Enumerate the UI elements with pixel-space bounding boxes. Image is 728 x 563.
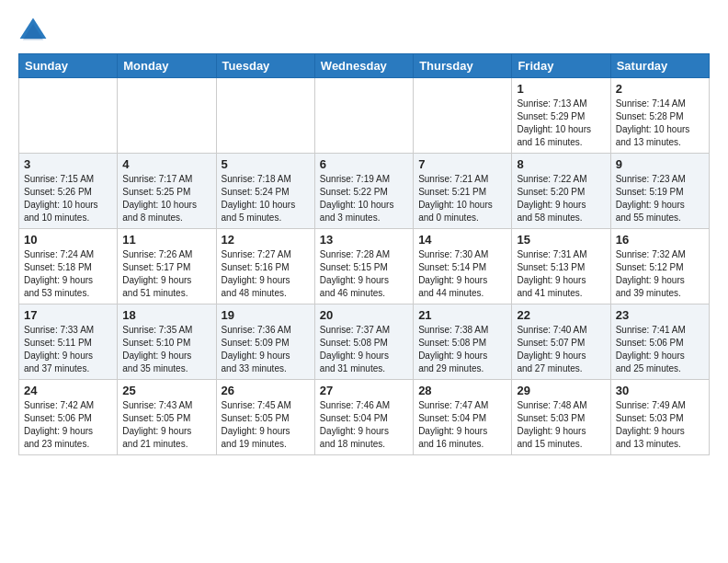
week-row-4: 24Sunrise: 7:42 AM Sunset: 5:06 PM Dayli… <box>19 380 710 455</box>
calendar-body: 1Sunrise: 7:13 AM Sunset: 5:29 PM Daylig… <box>19 78 710 455</box>
calendar-cell: 21Sunrise: 7:38 AM Sunset: 5:08 PM Dayli… <box>414 304 512 380</box>
day-info: Sunrise: 7:27 AM Sunset: 5:16 PM Dayligh… <box>222 248 310 300</box>
calendar-cell: 24Sunrise: 7:42 AM Sunset: 5:06 PM Dayli… <box>19 380 118 455</box>
day-info: Sunrise: 7:19 AM Sunset: 5:22 PM Dayligh… <box>320 173 408 224</box>
day-info: Sunrise: 7:33 AM Sunset: 5:11 PM Dayligh… <box>24 324 112 375</box>
day-info: Sunrise: 7:18 AM Sunset: 5:24 PM Dayligh… <box>222 173 310 224</box>
header <box>18 17 710 46</box>
calendar-cell <box>216 78 314 154</box>
day-number: 21 <box>418 308 506 322</box>
day-info: Sunrise: 7:36 AM Sunset: 5:09 PM Dayligh… <box>222 324 310 375</box>
calendar-cell: 27Sunrise: 7:46 AM Sunset: 5:04 PM Dayli… <box>314 380 413 455</box>
day-number: 11 <box>122 233 210 247</box>
calendar-cell: 20Sunrise: 7:37 AM Sunset: 5:08 PM Dayli… <box>314 304 413 380</box>
day-info: Sunrise: 7:31 AM Sunset: 5:13 PM Dayligh… <box>517 248 605 300</box>
calendar-cell: 4Sunrise: 7:17 AM Sunset: 5:25 PM Daylig… <box>118 154 216 229</box>
calendar-cell: 30Sunrise: 7:49 AM Sunset: 5:03 PM Dayli… <box>610 380 709 455</box>
day-info: Sunrise: 7:46 AM Sunset: 5:04 PM Dayligh… <box>320 399 408 451</box>
day-number: 25 <box>122 384 210 397</box>
calendar-cell: 19Sunrise: 7:36 AM Sunset: 5:09 PM Dayli… <box>216 304 314 380</box>
calendar-cell <box>314 78 413 154</box>
calendar-cell: 29Sunrise: 7:48 AM Sunset: 5:03 PM Dayli… <box>512 380 610 455</box>
day-number: 7 <box>418 157 506 171</box>
day-number: 20 <box>320 308 408 322</box>
day-info: Sunrise: 7:13 AM Sunset: 5:29 PM Dayligh… <box>517 98 605 149</box>
calendar-cell: 6Sunrise: 7:19 AM Sunset: 5:22 PM Daylig… <box>314 154 413 229</box>
calendar-cell: 15Sunrise: 7:31 AM Sunset: 5:13 PM Dayli… <box>512 229 610 304</box>
day-number: 2 <box>616 82 704 96</box>
day-info: Sunrise: 7:38 AM Sunset: 5:08 PM Dayligh… <box>418 324 506 375</box>
day-number: 23 <box>616 308 704 322</box>
calendar-cell: 3Sunrise: 7:15 AM Sunset: 5:26 PM Daylig… <box>19 154 118 229</box>
day-number: 8 <box>517 157 605 171</box>
weekday-header-sunday: Sunday <box>19 54 118 78</box>
day-info: Sunrise: 7:45 AM Sunset: 5:05 PM Dayligh… <box>222 399 310 451</box>
day-number: 26 <box>222 384 310 397</box>
day-number: 24 <box>24 384 112 397</box>
day-number: 22 <box>517 308 605 322</box>
calendar-cell: 9Sunrise: 7:23 AM Sunset: 5:19 PM Daylig… <box>610 154 709 229</box>
day-info: Sunrise: 7:47 AM Sunset: 5:04 PM Dayligh… <box>418 399 506 451</box>
weekday-header-thursday: Thursday <box>414 54 512 78</box>
day-number: 19 <box>222 308 310 322</box>
day-number: 10 <box>24 233 112 247</box>
page: SundayMondayTuesdayWednesdayThursdayFrid… <box>0 0 728 472</box>
day-number: 9 <box>616 157 704 171</box>
day-number: 16 <box>616 233 704 247</box>
calendar-cell: 14Sunrise: 7:30 AM Sunset: 5:14 PM Dayli… <box>414 229 512 304</box>
weekday-header-wednesday: Wednesday <box>314 54 413 78</box>
day-number: 14 <box>418 233 506 247</box>
calendar-table: SundayMondayTuesdayWednesdayThursdayFrid… <box>18 53 710 455</box>
calendar-cell <box>414 78 512 154</box>
day-number: 18 <box>122 308 210 322</box>
day-number: 17 <box>24 308 112 322</box>
weekday-header-tuesday: Tuesday <box>216 54 314 78</box>
calendar-cell: 22Sunrise: 7:40 AM Sunset: 5:07 PM Dayli… <box>512 304 610 380</box>
calendar-cell: 18Sunrise: 7:35 AM Sunset: 5:10 PM Dayli… <box>118 304 216 380</box>
day-info: Sunrise: 7:23 AM Sunset: 5:19 PM Dayligh… <box>616 173 704 224</box>
calendar-cell: 13Sunrise: 7:28 AM Sunset: 5:15 PM Dayli… <box>314 229 413 304</box>
day-number: 1 <box>517 82 605 96</box>
day-info: Sunrise: 7:21 AM Sunset: 5:21 PM Dayligh… <box>418 173 506 224</box>
calendar-cell: 5Sunrise: 7:18 AM Sunset: 5:24 PM Daylig… <box>216 154 314 229</box>
day-info: Sunrise: 7:40 AM Sunset: 5:07 PM Dayligh… <box>517 324 605 375</box>
day-number: 28 <box>418 384 506 397</box>
day-info: Sunrise: 7:17 AM Sunset: 5:25 PM Dayligh… <box>122 173 210 224</box>
weekday-header-saturday: Saturday <box>610 54 709 78</box>
calendar-cell <box>19 78 118 154</box>
day-info: Sunrise: 7:35 AM Sunset: 5:10 PM Dayligh… <box>122 324 210 375</box>
calendar-cell: 7Sunrise: 7:21 AM Sunset: 5:21 PM Daylig… <box>414 154 512 229</box>
day-info: Sunrise: 7:14 AM Sunset: 5:28 PM Dayligh… <box>616 98 704 149</box>
logo <box>18 17 51 46</box>
calendar-cell: 17Sunrise: 7:33 AM Sunset: 5:11 PM Dayli… <box>19 304 118 380</box>
calendar-header: SundayMondayTuesdayWednesdayThursdayFrid… <box>19 54 710 78</box>
day-info: Sunrise: 7:32 AM Sunset: 5:12 PM Dayligh… <box>616 248 704 300</box>
day-info: Sunrise: 7:24 AM Sunset: 5:18 PM Dayligh… <box>24 248 112 300</box>
calendar-cell: 2Sunrise: 7:14 AM Sunset: 5:28 PM Daylig… <box>610 78 709 154</box>
day-number: 13 <box>320 233 408 247</box>
week-row-3: 17Sunrise: 7:33 AM Sunset: 5:11 PM Dayli… <box>19 304 710 380</box>
calendar-cell: 28Sunrise: 7:47 AM Sunset: 5:04 PM Dayli… <box>414 380 512 455</box>
day-info: Sunrise: 7:37 AM Sunset: 5:08 PM Dayligh… <box>320 324 408 375</box>
calendar-cell: 16Sunrise: 7:32 AM Sunset: 5:12 PM Dayli… <box>610 229 709 304</box>
weekday-header-row: SundayMondayTuesdayWednesdayThursdayFrid… <box>19 54 710 78</box>
day-info: Sunrise: 7:42 AM Sunset: 5:06 PM Dayligh… <box>24 399 112 451</box>
day-info: Sunrise: 7:30 AM Sunset: 5:14 PM Dayligh… <box>418 248 506 300</box>
day-info: Sunrise: 7:48 AM Sunset: 5:03 PM Dayligh… <box>517 399 605 451</box>
week-row-0: 1Sunrise: 7:13 AM Sunset: 5:29 PM Daylig… <box>19 78 710 154</box>
day-info: Sunrise: 7:28 AM Sunset: 5:15 PM Dayligh… <box>320 248 408 300</box>
day-info: Sunrise: 7:43 AM Sunset: 5:05 PM Dayligh… <box>122 399 210 451</box>
week-row-2: 10Sunrise: 7:24 AM Sunset: 5:18 PM Dayli… <box>19 229 710 304</box>
calendar-cell: 10Sunrise: 7:24 AM Sunset: 5:18 PM Dayli… <box>19 229 118 304</box>
day-info: Sunrise: 7:26 AM Sunset: 5:17 PM Dayligh… <box>122 248 210 300</box>
day-info: Sunrise: 7:41 AM Sunset: 5:06 PM Dayligh… <box>616 324 704 375</box>
logo-icon <box>18 17 48 46</box>
day-number: 6 <box>320 157 408 171</box>
calendar-cell: 1Sunrise: 7:13 AM Sunset: 5:29 PM Daylig… <box>512 78 610 154</box>
day-info: Sunrise: 7:49 AM Sunset: 5:03 PM Dayligh… <box>616 399 704 451</box>
day-info: Sunrise: 7:22 AM Sunset: 5:20 PM Dayligh… <box>517 173 605 224</box>
calendar-cell: 11Sunrise: 7:26 AM Sunset: 5:17 PM Dayli… <box>118 229 216 304</box>
day-number: 4 <box>122 157 210 171</box>
calendar-cell: 8Sunrise: 7:22 AM Sunset: 5:20 PM Daylig… <box>512 154 610 229</box>
calendar-cell: 25Sunrise: 7:43 AM Sunset: 5:05 PM Dayli… <box>118 380 216 455</box>
